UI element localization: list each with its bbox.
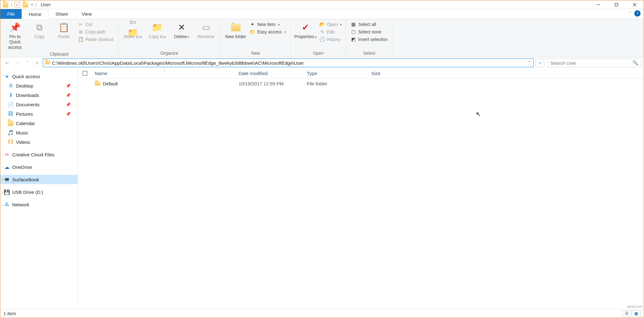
sidebar-pictures[interactable]: 🖼Pictures📌 <box>0 109 78 119</box>
app-folder-icon <box>3 2 8 8</box>
qat-newfolder-icon[interactable] <box>23 2 28 8</box>
column-date[interactable]: Date modified <box>236 71 304 76</box>
close-icon <box>633 3 636 7</box>
sidebar-onedrive[interactable]: ›☁OneDrive <box>0 162 78 172</box>
column-type[interactable]: Type <box>304 71 368 76</box>
delete-label: Delete▾ <box>174 34 189 39</box>
rename-button[interactable]: ▭ Rename <box>195 21 218 41</box>
minimize-icon <box>596 3 600 7</box>
minimize-button[interactable] <box>589 0 607 9</box>
up-button[interactable]: ↑ <box>33 58 42 67</box>
pin-quick-access-button[interactable]: 📌 Pin to Quick access <box>3 21 27 51</box>
address-dropdown-icon[interactable]: ˅ <box>526 60 533 66</box>
copy-path-button[interactable]: ⧉Copy path <box>77 28 115 35</box>
sidebar-creative-cloud[interactable]: ›∞Creative Cloud Files <box>0 150 78 159</box>
new-folder-button[interactable]: New folder <box>224 21 247 41</box>
collapse-ribbon-icon[interactable]: ˄ <box>629 11 631 16</box>
address-bar[interactable]: ˅ <box>43 58 534 67</box>
file-name: Default <box>103 81 118 86</box>
sort-ascending-icon: ˄ <box>164 70 165 73</box>
pictures-icon: 🖼 <box>8 111 13 117</box>
maximize-icon <box>615 3 618 7</box>
select-none-button[interactable]: ▢Select none <box>349 28 389 35</box>
paste-shortcut-button[interactable]: 📋Paste shortcut <box>77 36 115 43</box>
copy-button[interactable]: ⧉ Copy <box>28 21 51 41</box>
title-bar: | ✓ ▾ | User <box>0 0 644 9</box>
videos-icon: 🎞 <box>8 139 13 145</box>
copy-to-icon: 📁 <box>152 22 163 33</box>
column-headers[interactable]: Name˄ Date modified Type Size <box>78 68 644 78</box>
column-size[interactable]: Size <box>368 71 412 76</box>
select-all-checkbox[interactable] <box>83 71 87 76</box>
invert-selection-button[interactable]: ◩Invert selection <box>349 36 389 43</box>
address-go-button[interactable]: → <box>535 58 544 67</box>
delete-button[interactable]: ✕ Delete▾ <box>170 21 193 41</box>
copy-to-label: Copy to▾ <box>149 34 166 39</box>
file-list-pane: Name˄ Date modified Type Size Default 10… <box>78 68 644 309</box>
sidebar-music[interactable]: 🎵Music <box>0 128 78 137</box>
maximize-button[interactable] <box>607 0 626 9</box>
edit-button[interactable]: ✎Edit <box>318 28 343 35</box>
details-view-button[interactable]: ☰ <box>622 310 631 317</box>
navigation-bar: ← → ˅ ↑ ˅ → 🔍 <box>0 57 644 68</box>
move-to-button[interactable]: ⇦📁 Move to▾ <box>121 21 145 41</box>
file-date: 10/19/2017 12:59 PM <box>236 81 304 86</box>
search-input[interactable] <box>550 60 632 66</box>
pin-icon: 📌 <box>66 102 75 107</box>
sidebar-videos[interactable]: 🎞Videos <box>0 137 78 147</box>
file-tab[interactable]: File <box>0 9 22 19</box>
music-icon: 🎵 <box>8 130 13 135</box>
sidebar-documents[interactable]: 📄Documents📌 <box>0 100 78 109</box>
pin-icon: 📌 <box>66 112 75 116</box>
copy-to-button[interactable]: 📁 Copy to▾ <box>146 21 169 41</box>
properties-button[interactable]: ✔ Properties▾ <box>294 21 317 41</box>
search-box[interactable]: 🔍 <box>547 58 641 67</box>
cut-button[interactable]: ✂Cut <box>77 21 115 28</box>
ribbon: 📌 Pin to Quick access ⧉ Copy 📋 Paste ✂Cu… <box>0 19 644 57</box>
navigation-pane[interactable]: ˅★Quick access 🖥Desktop📌 ⬇Downloads📌 📄Do… <box>0 68 78 309</box>
creative-cloud-icon: ∞ <box>4 152 10 157</box>
usb-drive-icon: 💾 <box>4 189 10 195</box>
svg-rect-1 <box>615 3 618 6</box>
qat-separator-2: | <box>35 3 36 7</box>
home-tab[interactable]: Home <box>22 9 48 19</box>
column-name[interactable]: Name˄ <box>92 71 236 76</box>
history-button[interactable]: 🕘History <box>318 36 343 43</box>
organize-group-label: Organize <box>121 50 218 56</box>
onedrive-icon: ☁ <box>4 164 10 170</box>
paste-button[interactable]: 📋 Paste <box>52 21 75 41</box>
search-icon[interactable]: 🔍 <box>632 60 638 66</box>
back-button[interactable]: ← <box>3 58 12 67</box>
qat-customize-icon[interactable]: ▾ <box>31 3 33 6</box>
open-button[interactable]: 📂Open▾ <box>318 21 343 28</box>
large-icons-view-button[interactable]: ▦ <box>632 310 641 317</box>
qat-properties-icon[interactable]: ✓ <box>14 2 20 8</box>
easy-access-button[interactable]: 📁Easy access▾ <box>249 28 287 35</box>
clipboard-group-label: Clipboard <box>3 51 115 57</box>
select-all-icon: ▦ <box>351 22 356 27</box>
sidebar-downloads[interactable]: ⬇Downloads📌 <box>0 90 78 100</box>
sidebar-network[interactable]: ›🖧Network <box>0 200 78 209</box>
select-all-button[interactable]: ▦Select all <box>349 21 389 28</box>
view-tab[interactable]: View <box>75 9 99 19</box>
sidebar-desktop[interactable]: 🖥Desktop📌 <box>0 81 78 90</box>
new-item-button[interactable]: ✦New item▾ <box>249 21 287 28</box>
file-type: File folder <box>304 81 368 86</box>
watermark: wsxdn.com <box>627 305 642 308</box>
move-to-icon: ⇦📁 <box>128 22 138 33</box>
sidebar-this-pc[interactable]: ›💻SurfaceBook <box>0 175 78 184</box>
address-input[interactable] <box>52 60 526 66</box>
sidebar-usb-drive[interactable]: ›💾USB Drive (D:) <box>0 187 78 197</box>
move-to-label: Move to▾ <box>124 34 142 39</box>
file-row[interactable]: Default 10/19/2017 12:59 PM File folder <box>78 78 644 88</box>
edit-icon: ✎ <box>319 29 325 35</box>
history-icon: 🕘 <box>319 37 325 42</box>
sidebar-calendar[interactable]: Calendar <box>0 119 78 128</box>
help-icon[interactable]: ? <box>634 10 641 17</box>
recent-locations-button[interactable]: ˅ <box>23 58 32 67</box>
sidebar-quick-access[interactable]: ˅★Quick access <box>0 72 78 81</box>
copy-path-icon: ⧉ <box>78 29 84 35</box>
close-button[interactable] <box>626 0 644 9</box>
forward-button[interactable]: → <box>13 58 22 67</box>
share-tab[interactable]: Share <box>48 9 75 19</box>
